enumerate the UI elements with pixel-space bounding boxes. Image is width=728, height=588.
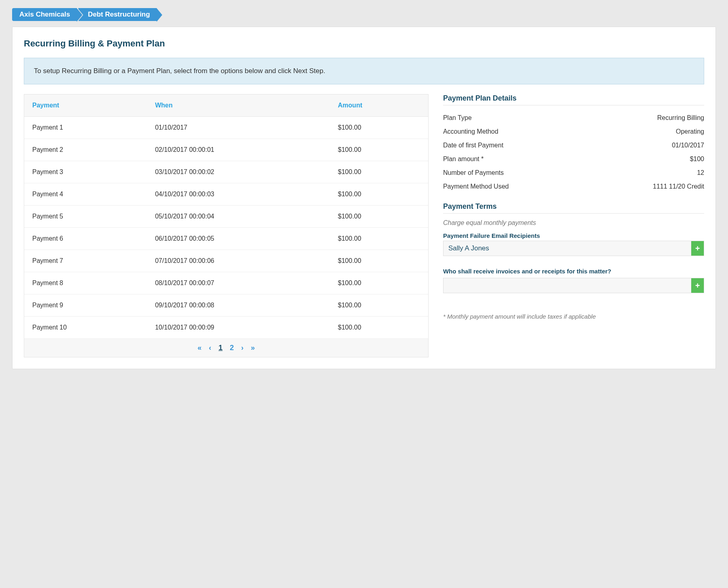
cell-when: 03/10/2017 00:00:02 [147,161,330,183]
invoice-question: Who shall receive invoices and or receip… [443,267,704,275]
breadcrumb-company[interactable]: Axis Chemicals [12,8,77,21]
table-row: Payment 101/10/2017$100.00 [24,117,428,139]
cell-payment: Payment 6 [24,228,147,250]
main-panel: Recurring Billing & Payment Plan To setu… [12,27,716,369]
cell-when: 05/10/2017 00:00:04 [147,206,330,228]
recipient-row: Sally A Jones + [443,241,704,256]
cell-when: 02/10/2017 00:00:01 [147,139,330,161]
page-first-icon[interactable]: « [197,344,201,352]
cell-when: 08/10/2017 00:00:07 [147,272,330,294]
cell-amount: $100.00 [330,317,428,339]
page-prev-icon[interactable]: ‹ [209,344,211,352]
cell-amount: $100.00 [330,117,428,139]
detail-value: 1111 11/20 Credit [653,183,704,190]
detail-row: Date of first Payment01/10/2017 [443,139,704,152]
table-row: Payment 707/10/2017 00:00:06$100.00 [24,250,428,272]
table-row: Payment 606/10/2017 00:00:05$100.00 [24,228,428,250]
invoice-recipient-input[interactable] [443,278,691,293]
cell-when: 07/10/2017 00:00:06 [147,250,330,272]
col-header-amount[interactable]: Amount [330,94,428,117]
footnote: * Monthly payment amount will include ta… [443,313,704,321]
detail-value: 12 [697,169,704,176]
breadcrumb: Axis Chemicals Debt Restructuring [12,8,716,21]
recipients-label: Payment Failure Email Recipients [443,232,704,239]
detail-label: Date of first Payment [443,142,503,149]
table-row: Payment 303/10/2017 00:00:02$100.00 [24,161,428,183]
cell-amount: $100.00 [330,183,428,206]
page-title: Recurring Billing & Payment Plan [24,38,704,49]
page-2[interactable]: 2 [230,344,234,352]
detail-row: Payment Method Used1111 11/20 Credit [443,180,704,193]
detail-label: Plan amount * [443,155,484,163]
detail-value: Operating [676,128,704,135]
cell-payment: Payment 8 [24,272,147,294]
detail-row: Plan TypeRecurring Billing [443,111,704,125]
detail-label: Accounting Method [443,128,498,135]
detail-label: Plan Type [443,114,472,122]
cell-amount: $100.00 [330,206,428,228]
detail-label: Payment Method Used [443,183,509,190]
payments-table: Payment When Amount Payment 101/10/2017$… [24,94,429,357]
table-row: Payment 909/10/2017 00:00:08$100.00 [24,294,428,317]
cell-when: 10/10/2017 00:00:09 [147,317,330,339]
recipient-name[interactable]: Sally A Jones [443,241,691,256]
cell-amount: $100.00 [330,272,428,294]
cell-when: 09/10/2017 00:00:08 [147,294,330,317]
cell-amount: $100.00 [330,161,428,183]
breadcrumb-matter[interactable]: Debt Restructuring [78,8,157,21]
detail-label: Number of Payments [443,169,504,176]
cell-payment: Payment 1 [24,117,147,139]
page-1[interactable]: 1 [218,344,222,352]
cell-when: 06/10/2017 00:00:05 [147,228,330,250]
divider [443,105,704,105]
invoice-recipient-row: + [443,278,704,293]
divider [443,213,704,214]
cell-payment: Payment 5 [24,206,147,228]
cell-payment: Payment 2 [24,139,147,161]
detail-value: 01/10/2017 [672,142,704,149]
detail-value: $100 [690,155,704,163]
table-row: Payment 1010/10/2017 00:00:09$100.00 [24,317,428,339]
terms-title: Payment Terms [443,202,704,211]
cell-payment: Payment 10 [24,317,147,339]
detail-row: Number of Payments12 [443,166,704,180]
pagination: « ‹ 1 2 › » [24,338,428,357]
details-title: Payment Plan Details [443,94,704,103]
add-invoice-recipient-button[interactable]: + [691,278,704,293]
cell-amount: $100.00 [330,228,428,250]
cell-payment: Payment 4 [24,183,147,206]
cell-when: 01/10/2017 [147,117,330,139]
cell-amount: $100.00 [330,139,428,161]
terms-text: Charge equal monthly payments [443,219,704,227]
detail-value: Recurring Billing [657,114,705,122]
cell-payment: Payment 7 [24,250,147,272]
plus-icon: + [695,281,700,290]
cell-when: 04/10/2017 00:00:03 [147,183,330,206]
add-recipient-button[interactable]: + [691,241,704,256]
cell-payment: Payment 3 [24,161,147,183]
detail-row: Plan amount *$100 [443,152,704,166]
page-last-icon[interactable]: » [251,344,255,352]
cell-amount: $100.00 [330,250,428,272]
plus-icon: + [695,244,700,253]
info-banner: To setup Recurring Billing or a Payment … [24,58,704,84]
table-row: Payment 505/10/2017 00:00:04$100.00 [24,206,428,228]
col-header-payment[interactable]: Payment [24,94,147,117]
cell-payment: Payment 9 [24,294,147,317]
table-row: Payment 202/10/2017 00:00:01$100.00 [24,139,428,161]
col-header-when[interactable]: When [147,94,330,117]
cell-amount: $100.00 [330,294,428,317]
detail-row: Accounting MethodOperating [443,125,704,139]
table-row: Payment 808/10/2017 00:00:07$100.00 [24,272,428,294]
table-row: Payment 404/10/2017 00:00:03$100.00 [24,183,428,206]
page-next-icon[interactable]: › [241,344,243,352]
